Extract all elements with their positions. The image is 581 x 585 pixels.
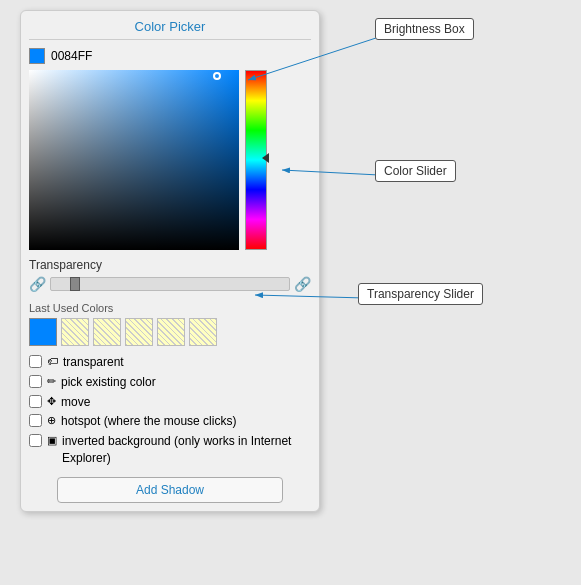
- transparency-right-icon: 🔗: [294, 276, 311, 292]
- swatch-hatch-1[interactable]: [61, 318, 89, 346]
- option-move: ✥ move: [29, 394, 311, 411]
- annotation-color-slider: Color Slider: [375, 160, 456, 182]
- last-used-swatches: [29, 318, 311, 346]
- color-hex-row: 0084FF: [29, 48, 311, 64]
- option-transparent: 🏷 transparent: [29, 354, 311, 371]
- move-icon: ✥: [47, 394, 56, 409]
- option-pick-color: ✏ pick existing color: [29, 374, 311, 391]
- move-label: move: [61, 394, 90, 411]
- option-inverted-bg: ▣ inverted background (only works in Int…: [29, 433, 311, 467]
- transparency-row: 🔗 🔗: [29, 276, 311, 292]
- swatch-hatch-5[interactable]: [189, 318, 217, 346]
- picker-cursor: [213, 72, 221, 80]
- gradient-box[interactable]: [29, 70, 239, 250]
- options-list: 🏷 transparent ✏ pick existing color ✥ mo…: [29, 354, 311, 467]
- pick-color-label: pick existing color: [61, 374, 156, 391]
- hotspot-icon: ⊕: [47, 413, 56, 428]
- last-used-section: Last Used Colors: [29, 302, 311, 346]
- hue-cursor: [262, 153, 269, 163]
- inverted-bg-label: inverted background (only works in Inter…: [62, 433, 311, 467]
- hotspot-label: hotspot (where the mouse clicks): [61, 413, 236, 430]
- swatch-hatch-2[interactable]: [93, 318, 121, 346]
- hex-value: 0084FF: [51, 49, 92, 63]
- swatch-hatch-3[interactable]: [125, 318, 153, 346]
- annotation-brightness-box: Brightness Box: [375, 18, 474, 40]
- panel-title: Color Picker: [29, 19, 311, 40]
- swatch-blue[interactable]: [29, 318, 57, 346]
- transparency-left-icon: 🔗: [29, 276, 46, 292]
- gradient-dark: [29, 70, 239, 250]
- transparency-thumb: [70, 277, 80, 291]
- transparent-label: transparent: [63, 354, 124, 371]
- checkbox-move[interactable]: [29, 395, 42, 408]
- picker-area: [29, 70, 311, 250]
- last-used-label: Last Used Colors: [29, 302, 311, 314]
- color-swatch-small: [29, 48, 45, 64]
- swatch-hatch-4[interactable]: [157, 318, 185, 346]
- checkbox-hotspot[interactable]: [29, 414, 42, 427]
- pick-color-icon: ✏: [47, 374, 56, 389]
- checkbox-inverted-bg[interactable]: [29, 434, 42, 447]
- checkbox-pick-color[interactable]: [29, 375, 42, 388]
- inverted-bg-icon: ▣: [47, 433, 57, 448]
- transparency-track[interactable]: [50, 277, 290, 291]
- hue-slider[interactable]: [245, 70, 267, 250]
- transparency-label: Transparency: [29, 258, 311, 272]
- transparent-icon: 🏷: [47, 354, 58, 369]
- color-picker-panel: Color Picker 0084FF Transparency 🔗: [20, 10, 320, 512]
- add-shadow-button[interactable]: Add Shadow: [57, 477, 283, 503]
- checkbox-transparent[interactable]: [29, 355, 42, 368]
- annotation-transparency-slider: Transparency Slider: [358, 283, 483, 305]
- option-hotspot: ⊕ hotspot (where the mouse clicks): [29, 413, 311, 430]
- hue-slider-area: [245, 70, 267, 250]
